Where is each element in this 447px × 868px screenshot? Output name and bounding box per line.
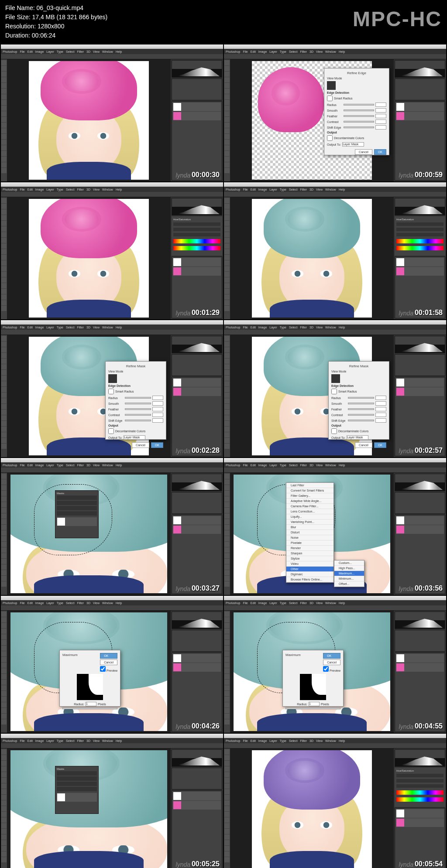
tool-icon[interactable]	[1, 359, 7, 364]
smart-radius-checkbox[interactable]	[327, 96, 333, 101]
menu-select[interactable]: Select	[289, 50, 297, 53]
menu-3d[interactable]: 3D	[86, 464, 90, 467]
radius-input[interactable]	[152, 396, 163, 400]
hue-rainbow[interactable]	[173, 246, 220, 250]
tool-icon[interactable]	[1, 772, 7, 777]
layer-row[interactable]	[396, 663, 444, 672]
menu-view[interactable]: View	[93, 601, 100, 605]
tool-icon[interactable]	[1, 697, 7, 702]
menu-image[interactable]: Image	[35, 739, 44, 742]
tool-icon[interactable]	[224, 162, 230, 167]
layers-panel[interactable]	[395, 101, 445, 181]
menu-window[interactable]: Window	[325, 739, 336, 742]
tool-icon[interactable]	[224, 421, 230, 426]
tool-icon[interactable]	[224, 772, 230, 777]
submenu-item[interactable]: High Pass...	[334, 566, 364, 571]
tool-icon[interactable]	[224, 123, 230, 128]
submenu-item[interactable]: Offset...	[334, 581, 364, 587]
tool-icon[interactable]	[1, 140, 7, 145]
tool-icon[interactable]	[1, 640, 7, 645]
tool-icon[interactable]	[224, 617, 230, 622]
canvas[interactable]	[29, 61, 149, 180]
menu-item[interactable]: Sharpen	[286, 551, 334, 556]
menu-file[interactable]: File	[243, 464, 248, 467]
layer-mask-icon[interactable]	[173, 379, 181, 386]
layer-row[interactable]	[173, 387, 221, 396]
menu-photoshop[interactable]: Photoshop	[3, 326, 17, 329]
tool-icon[interactable]	[1, 134, 7, 139]
layer-mask-icon[interactable]	[173, 792, 181, 800]
menu-3d[interactable]: 3D	[309, 188, 313, 191]
layer-thumbnail-icon[interactable]	[396, 663, 404, 671]
tool-icon[interactable]	[224, 634, 230, 639]
layer-row[interactable]	[396, 258, 444, 267]
submenu-item[interactable]: Maximum...	[334, 571, 364, 576]
menu-view[interactable]: View	[93, 50, 100, 53]
tool-icon[interactable]	[224, 702, 230, 707]
tool-icon[interactable]	[224, 829, 230, 834]
menu-bar[interactable]: PhotoshopFileEditImageLayerTypeSelectFil…	[1, 462, 223, 468]
tool-icon[interactable]	[224, 111, 230, 116]
menu-filter[interactable]: Filter	[300, 50, 307, 53]
tool-icon[interactable]	[224, 508, 230, 513]
radius-slider[interactable]	[344, 104, 374, 106]
options-bar[interactable]	[1, 330, 223, 335]
tool-icon[interactable]	[224, 834, 230, 840]
menu-edit[interactable]: Edit	[251, 326, 256, 329]
maximum-dialog[interactable]: Maximum OK Cancel Preview Radius: 1 Pixe…	[59, 650, 120, 707]
tool-icon[interactable]	[1, 232, 7, 237]
tool-icon[interactable]	[224, 851, 230, 857]
feather-slider[interactable]	[125, 408, 151, 410]
tool-icon[interactable]	[224, 272, 230, 277]
tool-icon[interactable]	[1, 145, 7, 150]
menu-item[interactable]: Blur	[286, 525, 334, 530]
refine-edge-dialog[interactable]: Refine Mask View Mode Edge Detection Sma…	[328, 361, 389, 440]
tool-icon[interactable]	[1, 398, 7, 403]
tool-icon[interactable]	[1, 761, 7, 766]
tool-icon[interactable]	[224, 381, 230, 386]
tool-icon[interactable]	[1, 376, 7, 381]
menu-bar[interactable]: PhotoshopFileEditImageLayerTypeSelectFil…	[1, 738, 223, 743]
canvas[interactable]	[252, 750, 372, 868]
hue-rainbow[interactable]	[396, 239, 444, 243]
tool-icon[interactable]	[224, 663, 230, 668]
menu-select[interactable]: Select	[289, 739, 297, 742]
tool-icon[interactable]	[224, 243, 230, 249]
tool-icon[interactable]	[224, 232, 230, 237]
tool-icon[interactable]	[1, 260, 7, 266]
canvas[interactable]	[252, 199, 372, 318]
tool-icon[interactable]	[1, 668, 7, 673]
tool-icon[interactable]	[224, 708, 230, 713]
shift edge-input[interactable]	[375, 125, 386, 130]
tool-icon[interactable]	[224, 370, 230, 375]
tool-icon[interactable]	[1, 60, 7, 65]
tool-icon[interactable]	[224, 513, 230, 519]
refine-edge-dialog[interactable]: Refine Mask View Mode Edge Detection Sma…	[105, 361, 166, 440]
tool-icon[interactable]	[224, 94, 230, 99]
tool-icon[interactable]	[1, 72, 7, 77]
menu-layer[interactable]: Layer	[269, 739, 277, 742]
layer-row[interactable]	[396, 654, 444, 663]
radius-input[interactable]	[375, 396, 386, 400]
menu-item[interactable]: Filter Gallery...	[286, 493, 334, 499]
menu-help[interactable]: Help	[339, 326, 345, 329]
tool-icon[interactable]	[1, 840, 7, 845]
tool-icon[interactable]	[1, 410, 7, 415]
tool-icon[interactable]	[1, 817, 7, 823]
tool-icon[interactable]	[224, 415, 230, 420]
menu-item[interactable]: Video	[286, 561, 334, 567]
tool-icon[interactable]	[1, 685, 7, 690]
tool-icon[interactable]	[224, 581, 230, 587]
shift edge-slider[interactable]	[348, 420, 374, 421]
tool-icon[interactable]	[224, 806, 230, 811]
menu-type[interactable]: Type	[280, 601, 286, 605]
tool-icon[interactable]	[1, 508, 7, 513]
menu-help[interactable]: Help	[116, 464, 122, 467]
tool-icon[interactable]	[1, 564, 7, 570]
hue-saturation-panel[interactable]: Hue/Saturation	[395, 216, 445, 256]
cancel-button[interactable]: Cancel	[132, 442, 149, 448]
layer-row[interactable]	[396, 525, 444, 534]
menu-3d[interactable]: 3D	[86, 601, 90, 605]
layer-thumbnail-icon[interactable]	[173, 267, 181, 275]
tool-icon[interactable]	[1, 783, 7, 789]
